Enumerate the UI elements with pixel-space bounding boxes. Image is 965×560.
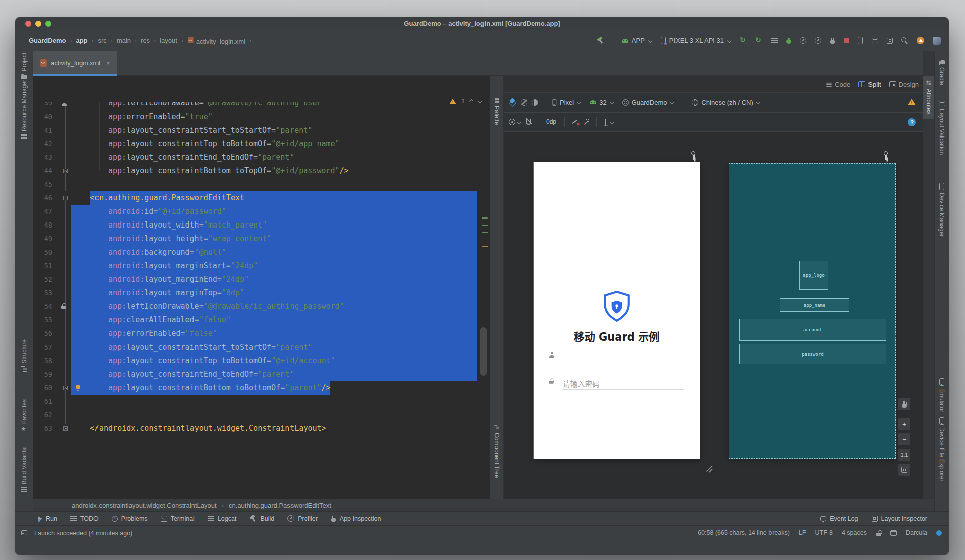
breadcrumb-item[interactable]: activity_login.xml xyxy=(187,36,245,45)
fold-end-icon[interactable] xyxy=(63,426,68,431)
code-line-47[interactable]: 47android:id="@+id/password" xyxy=(33,205,490,218)
view-options-icon[interactable] xyxy=(509,119,515,125)
xml-breadcrumb-item[interactable]: cn.authing.guard.PasswordEditText xyxy=(229,502,331,509)
layout-warnings-icon[interactable] xyxy=(908,99,916,105)
sidebar-item-structure[interactable]: Structure xyxy=(15,339,33,372)
sidebar-item-project[interactable]: Project xyxy=(15,53,33,80)
preview-locale-select[interactable]: Chinese (zh / CN) xyxy=(692,99,760,106)
code-line-41[interactable]: 41app:layout_constraintStart_toStartOf="… xyxy=(33,124,490,137)
layout-inspector-icon[interactable] xyxy=(887,38,893,44)
blueprint-account[interactable]: account xyxy=(739,319,886,341)
tool-window-button-todo[interactable]: TODO xyxy=(70,515,99,522)
build-hammer-icon[interactable] xyxy=(597,37,604,44)
code-line-48[interactable]: 48android:layout_width="match_parent" xyxy=(33,218,490,232)
tool-window-button-app-inspection[interactable]: App Inspection xyxy=(331,515,381,522)
blueprint-app-logo[interactable]: app_logo xyxy=(799,261,828,290)
zoom-actual-button[interactable]: 1:1 xyxy=(898,448,911,461)
breadcrumb-item[interactable]: layout xyxy=(160,37,177,44)
stripe-mark-green[interactable] xyxy=(482,232,488,233)
inspection-widget[interactable]: 1 xyxy=(449,98,482,105)
sidebar-item-build-variants[interactable]: Build Variants xyxy=(15,447,33,492)
design-surface[interactable]: 移动 Guard 示例 请输入密码 app_logo app_name acco… xyxy=(504,132,923,499)
design-surface-mode-icon[interactable] xyxy=(509,99,516,106)
run-configuration-select[interactable]: APP xyxy=(622,37,652,44)
pan-tool-button[interactable] xyxy=(898,398,911,411)
read-only-lock-icon[interactable] xyxy=(876,530,881,536)
apply-code-changes-icon[interactable] xyxy=(755,37,762,44)
tool-window-button-terminal[interactable]: Terminal xyxy=(161,515,195,522)
intention-bulb-icon[interactable] xyxy=(75,385,81,391)
view-mode-design[interactable]: Design xyxy=(889,81,919,88)
breadcrumb-item[interactable]: src xyxy=(98,37,107,44)
pack-align-icon[interactable] xyxy=(603,119,608,126)
stripe-mark-green[interactable] xyxy=(482,225,488,226)
fold-end-icon[interactable] xyxy=(63,386,68,390)
sidebar-item-gradle[interactable]: Gradle xyxy=(935,59,949,85)
xml-breadcrumb-item[interactable]: androidx.constraintlayout.widget.Constra… xyxy=(72,502,217,509)
code-line-50[interactable]: 50android:background="@null" xyxy=(33,246,490,259)
preview-theme-select[interactable]: GuardDemo xyxy=(622,99,674,106)
fold-end-icon[interactable] xyxy=(63,169,68,173)
code-editor[interactable]: 39app:leftIconDrawable="@drawable/ic_aut… xyxy=(33,76,490,499)
status-message[interactable]: Launch succeeded (4 minutes ago) xyxy=(34,530,132,537)
code-line-55[interactable]: 55app:clearAllEnabled="false" xyxy=(33,313,490,327)
maximize-window-button[interactable] xyxy=(45,21,51,27)
profiler-icon[interactable] xyxy=(815,37,821,44)
tool-window-toggle-icon[interactable] xyxy=(21,530,27,535)
code-line-62[interactable]: 62 xyxy=(33,408,490,422)
previous-issue-icon[interactable] xyxy=(469,99,473,103)
orientation-icon[interactable] xyxy=(521,99,527,106)
preview-api-select[interactable]: 32 xyxy=(590,99,613,106)
code-line-53[interactable]: 53android:layout_marginTop="8dp" xyxy=(33,286,490,300)
next-issue-icon[interactable] xyxy=(478,99,482,103)
sidebar-item-layout-validation[interactable]: Layout Validation xyxy=(935,101,949,155)
blueprint-password[interactable]: password xyxy=(739,344,886,364)
code-line-63[interactable]: 63</androidx.constraintlayout.widget.Con… xyxy=(33,422,490,435)
stop-icon[interactable] xyxy=(844,38,849,43)
debug-icon[interactable] xyxy=(786,38,791,44)
design-preview[interactable]: 移动 Guard 示例 请输入密码 xyxy=(534,162,700,459)
code-line-59[interactable]: 59app:layout_constraintEnd_toEndOf="pare… xyxy=(33,368,490,381)
infer-constraints-icon[interactable] xyxy=(583,119,590,125)
sidebar-item-resource-manager[interactable]: Resource Manager xyxy=(15,80,33,139)
search-everywhere-icon[interactable] xyxy=(901,37,908,44)
code-line-58[interactable]: 58app:layout_constraintTop_toBottomOf="@… xyxy=(33,354,490,368)
line-ending[interactable]: LF xyxy=(799,529,806,536)
blueprint-app-name[interactable]: app_name xyxy=(780,298,849,312)
view-mode-split[interactable]: Split xyxy=(858,81,881,88)
code-line-44[interactable]: 44app:layout_constraintBottom_toTopOf="@… xyxy=(33,164,490,178)
code-line-60[interactable]: 60app:layout_constraintBottom_toBottomOf… xyxy=(33,381,490,395)
zoom-in-button[interactable]: + xyxy=(898,418,911,431)
sidebar-item-favorites[interactable]: Favorites xyxy=(15,399,33,432)
stripe-mark-green[interactable] xyxy=(482,217,488,219)
tool-window-button-layout-inspector[interactable]: Layout Inspector xyxy=(872,515,927,522)
breadcrumb-item[interactable]: app xyxy=(76,37,87,44)
code-line-51[interactable]: 51android:layout_marginStart="24dp" xyxy=(33,259,490,273)
component-tree-tab[interactable]: Component Tree xyxy=(490,424,503,478)
indent-setting[interactable]: 4 spaces xyxy=(842,529,867,536)
tab-activity-login-xml[interactable]: activity_login.xml × xyxy=(33,51,117,76)
screen-reader-icon[interactable] xyxy=(890,530,897,536)
code-line-46[interactable]: 46<cn.authing.guard.PasswordEditText xyxy=(33,191,490,205)
code-line-52[interactable]: 52android:layout_marginEnd="24dp" xyxy=(33,273,490,286)
account-field-underline[interactable] xyxy=(562,363,684,363)
caret-position[interactable]: 60:58 (665 chars, 14 line breaks) xyxy=(698,529,790,536)
zoom-out-button[interactable]: − xyxy=(898,433,911,446)
tool-window-button-run[interactable]: Run xyxy=(38,515,57,522)
breadcrumb-item[interactable]: res xyxy=(141,37,150,44)
zoom-fit-button[interactable] xyxy=(898,463,911,476)
navigation-breadcrumbs[interactable]: GuardDemo›app›src›main›res›layout›activi… xyxy=(28,30,254,51)
sidebar-item-device-manager[interactable]: Device Manager xyxy=(935,183,949,237)
sdk-manager-icon[interactable] xyxy=(872,38,878,43)
notification-dot[interactable] xyxy=(936,530,942,536)
code-line-57[interactable]: 57app:layout_constraintStart_toStartOf="… xyxy=(33,341,490,354)
sidebar-item-emulator[interactable]: Emulator xyxy=(935,378,949,412)
view-mode-code[interactable]: Code xyxy=(826,81,850,88)
tool-window-button-event-log[interactable]: Event Log xyxy=(820,515,858,522)
close-tab-icon[interactable]: × xyxy=(106,59,110,67)
blueprint-preview[interactable]: app_logo app_name account password xyxy=(729,163,896,459)
sidebar-item-device-file-explorer[interactable]: Device File Explorer xyxy=(935,417,949,481)
tool-window-button-build[interactable]: Build xyxy=(249,515,274,522)
help-icon[interactable] xyxy=(908,118,916,126)
code-line-43[interactable]: 43app:layout_constraintEnd_toEndOf="pare… xyxy=(33,151,490,164)
